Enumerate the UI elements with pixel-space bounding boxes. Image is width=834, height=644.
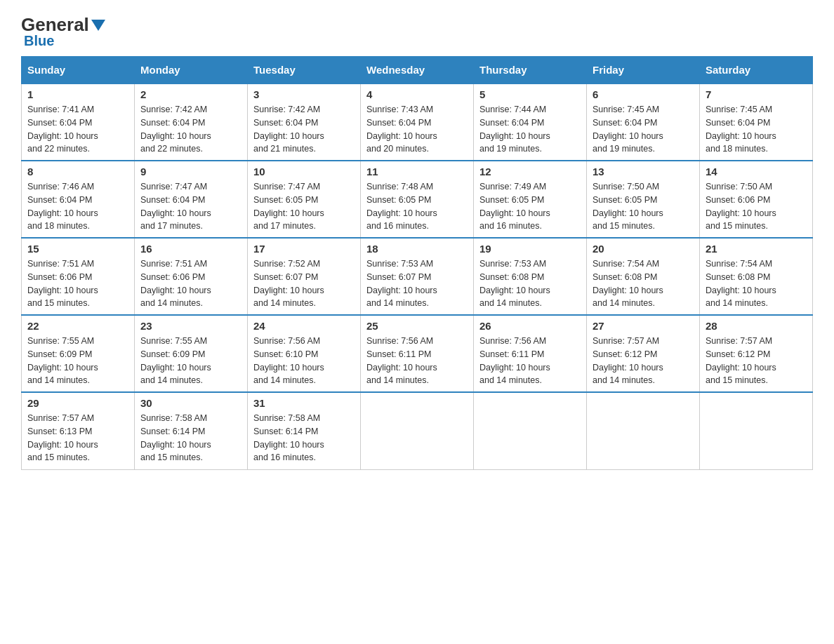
day-number: 5: [479, 88, 581, 100]
day-info: Sunrise: 7:54 AMSunset: 6:08 PMDaylight:…: [706, 259, 776, 308]
day-info: Sunrise: 7:58 AMSunset: 6:14 PMDaylight:…: [253, 413, 324, 462]
day-number: 22: [27, 320, 128, 332]
day-number: 30: [140, 397, 241, 409]
day-info: Sunrise: 7:54 AMSunset: 6:08 PMDaylight:…: [593, 259, 663, 308]
calendar-cell: 20 Sunrise: 7:54 AMSunset: 6:08 PMDaylig…: [587, 238, 700, 315]
col-header-friday: Friday: [587, 57, 700, 84]
calendar-cell: 24 Sunrise: 7:56 AMSunset: 6:10 PMDaylig…: [248, 315, 361, 392]
day-number: 6: [593, 88, 694, 100]
day-info: Sunrise: 7:55 AMSunset: 6:09 PMDaylight:…: [27, 336, 98, 385]
day-number: 25: [366, 320, 468, 332]
calendar-cell: 5 Sunrise: 7:44 AMSunset: 6:04 PMDayligh…: [474, 83, 587, 161]
day-info: Sunrise: 7:47 AMSunset: 6:04 PMDaylight:…: [140, 182, 211, 231]
col-header-saturday: Saturday: [700, 57, 813, 84]
calendar-cell: 2 Sunrise: 7:42 AMSunset: 6:04 PMDayligh…: [135, 83, 248, 161]
day-number: 28: [706, 320, 807, 332]
calendar-cell: 27 Sunrise: 7:57 AMSunset: 6:12 PMDaylig…: [587, 315, 700, 392]
day-info: Sunrise: 7:56 AMSunset: 6:11 PMDaylight:…: [366, 336, 437, 385]
calendar-week-row: 1 Sunrise: 7:41 AMSunset: 6:04 PMDayligh…: [22, 83, 813, 161]
day-number: 1: [27, 88, 128, 100]
day-number: 8: [27, 166, 128, 177]
calendar-cell: 17 Sunrise: 7:52 AMSunset: 6:07 PMDaylig…: [248, 238, 361, 315]
col-header-tuesday: Tuesday: [248, 57, 361, 84]
day-info: Sunrise: 7:44 AMSunset: 6:04 PMDaylight:…: [479, 105, 550, 154]
day-number: 14: [706, 166, 807, 177]
day-info: Sunrise: 7:49 AMSunset: 6:05 PMDaylight:…: [479, 182, 550, 231]
day-number: 18: [366, 243, 468, 255]
day-info: Sunrise: 7:57 AMSunset: 6:12 PMDaylight:…: [706, 336, 776, 385]
calendar-header-row: SundayMondayTuesdayWednesdayThursdayFrid…: [22, 57, 813, 84]
calendar-cell: 8 Sunrise: 7:46 AMSunset: 6:04 PMDayligh…: [22, 161, 135, 238]
day-info: Sunrise: 7:51 AMSunset: 6:06 PMDaylight:…: [27, 259, 98, 308]
calendar-cell: 31 Sunrise: 7:58 AMSunset: 6:14 PMDaylig…: [248, 392, 361, 469]
calendar-cell: 18 Sunrise: 7:53 AMSunset: 6:07 PMDaylig…: [361, 238, 474, 315]
calendar-cell: 19 Sunrise: 7:53 AMSunset: 6:08 PMDaylig…: [474, 238, 587, 315]
calendar-cell: 21 Sunrise: 7:54 AMSunset: 6:08 PMDaylig…: [700, 238, 813, 315]
calendar-cell: 25 Sunrise: 7:56 AMSunset: 6:11 PMDaylig…: [361, 315, 474, 392]
day-number: 17: [253, 243, 355, 255]
day-info: Sunrise: 7:46 AMSunset: 6:04 PMDaylight:…: [27, 182, 98, 231]
calendar-cell: 15 Sunrise: 7:51 AMSunset: 6:06 PMDaylig…: [22, 238, 135, 315]
day-number: 29: [27, 397, 128, 409]
day-number: 31: [253, 397, 355, 409]
day-number: 7: [706, 88, 807, 100]
calendar-cell: 30 Sunrise: 7:58 AMSunset: 6:14 PMDaylig…: [135, 392, 248, 469]
day-info: Sunrise: 7:56 AMSunset: 6:11 PMDaylight:…: [479, 336, 550, 385]
calendar-cell: [361, 392, 474, 469]
calendar-cell: [587, 392, 700, 469]
day-info: Sunrise: 7:55 AMSunset: 6:09 PMDaylight:…: [140, 336, 211, 385]
calendar-cell: 14 Sunrise: 7:50 AMSunset: 6:06 PMDaylig…: [700, 161, 813, 238]
col-header-thursday: Thursday: [474, 57, 587, 84]
day-info: Sunrise: 7:45 AMSunset: 6:04 PMDaylight:…: [706, 105, 776, 154]
calendar-cell: 3 Sunrise: 7:42 AMSunset: 6:04 PMDayligh…: [248, 83, 361, 161]
col-header-monday: Monday: [135, 57, 248, 84]
calendar-week-row: 8 Sunrise: 7:46 AMSunset: 6:04 PMDayligh…: [22, 161, 813, 238]
calendar-cell: 7 Sunrise: 7:45 AMSunset: 6:04 PMDayligh…: [700, 83, 813, 161]
col-header-wednesday: Wednesday: [361, 57, 474, 84]
day-info: Sunrise: 7:50 AMSunset: 6:05 PMDaylight:…: [593, 182, 663, 231]
day-info: Sunrise: 7:42 AMSunset: 6:04 PMDaylight:…: [253, 105, 324, 154]
day-number: 11: [366, 166, 468, 177]
calendar-cell: 1 Sunrise: 7:41 AMSunset: 6:04 PMDayligh…: [22, 83, 135, 161]
day-number: 16: [140, 243, 241, 255]
day-info: Sunrise: 7:42 AMSunset: 6:04 PMDaylight:…: [140, 105, 211, 154]
day-number: 12: [479, 166, 581, 177]
calendar-table: SundayMondayTuesdayWednesdayThursdayFrid…: [21, 56, 813, 470]
day-number: 9: [140, 166, 241, 177]
day-info: Sunrise: 7:48 AMSunset: 6:05 PMDaylight:…: [366, 182, 437, 231]
day-info: Sunrise: 7:43 AMSunset: 6:04 PMDaylight:…: [366, 105, 437, 154]
day-number: 4: [366, 88, 468, 100]
day-info: Sunrise: 7:51 AMSunset: 6:06 PMDaylight:…: [140, 259, 211, 308]
col-header-sunday: Sunday: [22, 57, 135, 84]
calendar-cell: 9 Sunrise: 7:47 AMSunset: 6:04 PMDayligh…: [135, 161, 248, 238]
day-info: Sunrise: 7:58 AMSunset: 6:14 PMDaylight:…: [140, 413, 211, 462]
calendar-cell: 28 Sunrise: 7:57 AMSunset: 6:12 PMDaylig…: [700, 315, 813, 392]
calendar-cell: 10 Sunrise: 7:47 AMSunset: 6:05 PMDaylig…: [248, 161, 361, 238]
day-number: 3: [253, 88, 355, 100]
logo: General Blue: [21, 14, 107, 49]
logo-blue-text: Blue: [21, 33, 54, 49]
day-number: 21: [706, 243, 807, 255]
day-number: 24: [253, 320, 355, 332]
calendar-cell: 16 Sunrise: 7:51 AMSunset: 6:06 PMDaylig…: [135, 238, 248, 315]
calendar-cell: 23 Sunrise: 7:55 AMSunset: 6:09 PMDaylig…: [135, 315, 248, 392]
day-number: 15: [27, 243, 128, 255]
day-number: 20: [593, 243, 694, 255]
calendar-cell: [474, 392, 587, 469]
calendar-cell: 26 Sunrise: 7:56 AMSunset: 6:11 PMDaylig…: [474, 315, 587, 392]
calendar-cell: 4 Sunrise: 7:43 AMSunset: 6:04 PMDayligh…: [361, 83, 474, 161]
calendar-week-row: 15 Sunrise: 7:51 AMSunset: 6:06 PMDaylig…: [22, 238, 813, 315]
day-info: Sunrise: 7:45 AMSunset: 6:04 PMDaylight:…: [593, 105, 663, 154]
day-info: Sunrise: 7:57 AMSunset: 6:12 PMDaylight:…: [593, 336, 663, 385]
day-number: 10: [253, 166, 355, 177]
day-info: Sunrise: 7:53 AMSunset: 6:08 PMDaylight:…: [479, 259, 550, 308]
day-number: 26: [479, 320, 581, 332]
day-info: Sunrise: 7:50 AMSunset: 6:06 PMDaylight:…: [706, 182, 776, 231]
day-number: 13: [593, 166, 694, 177]
day-info: Sunrise: 7:47 AMSunset: 6:05 PMDaylight:…: [253, 182, 324, 231]
day-info: Sunrise: 7:53 AMSunset: 6:07 PMDaylight:…: [366, 259, 437, 308]
day-number: 2: [140, 88, 241, 100]
calendar-week-row: 22 Sunrise: 7:55 AMSunset: 6:09 PMDaylig…: [22, 315, 813, 392]
day-number: 23: [140, 320, 241, 332]
calendar-cell: [700, 392, 813, 469]
